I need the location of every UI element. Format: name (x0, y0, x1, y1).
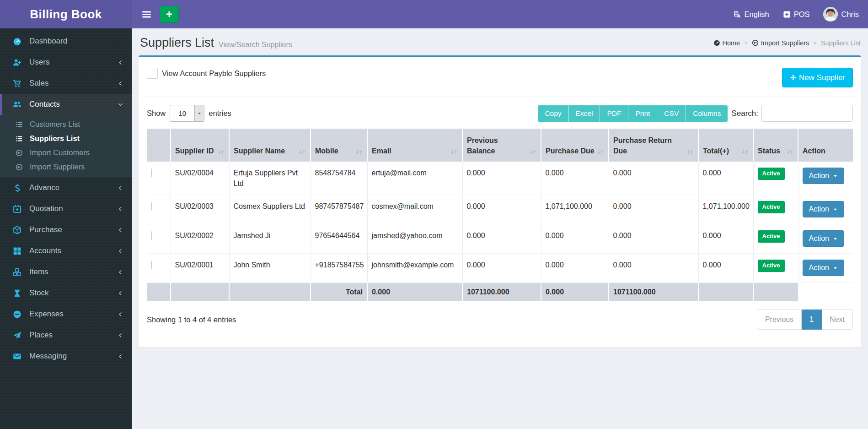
chevron-down-icon (118, 102, 123, 108)
page-1-button[interactable]: 1 (802, 310, 822, 330)
sort-icon[interactable] (786, 148, 793, 156)
language-menu[interactable]: English (734, 10, 769, 19)
list-icon (15, 121, 24, 128)
sidebar-item-label: Advance (29, 183, 59, 192)
sidebar-item-quotation[interactable]: Quotation (0, 198, 132, 219)
sidebar-item-dashboard[interactable]: Dashboard (0, 31, 132, 52)
export-excel-button[interactable]: Excel (568, 105, 600, 122)
sort-icon[interactable] (450, 148, 458, 156)
cell-status: Active (753, 195, 798, 224)
sidebar-item-label: Expenses (29, 310, 64, 319)
column-label: Purchase Return Due (613, 135, 685, 156)
app-title: Billing Book (30, 7, 102, 22)
sort-icon[interactable] (529, 148, 536, 156)
cell-prev: 0.000 (462, 195, 541, 224)
sort-icon[interactable] (355, 148, 363, 156)
sidebar-item-contacts[interactable]: Contacts (0, 94, 132, 115)
column-label: Total(+) (703, 146, 740, 156)
export-copy-button[interactable]: Copy (538, 105, 568, 122)
column-label: Previous Balance (467, 135, 528, 156)
app-logo[interactable]: Billing Book (0, 0, 132, 28)
column-header-supplier-name[interactable]: Supplier Name (229, 129, 311, 162)
page-title: Suppliers List (140, 36, 214, 50)
sidebar-item-accounts[interactable]: Accounts (0, 240, 132, 261)
export-columns-button[interactable]: Columns (686, 105, 728, 122)
row-checkbox[interactable] (151, 231, 152, 240)
action-button[interactable]: Action (803, 230, 844, 247)
export-print-button[interactable]: Print (628, 105, 657, 122)
sidebar-item-items[interactable]: Items (0, 261, 132, 282)
sidebar-item-import-suppliers[interactable]: Import Suppliers (0, 160, 132, 174)
sidebar-item-label: Sales (29, 79, 49, 88)
action-button[interactable]: Action (803, 201, 844, 217)
breadcrumb-import-suppliers[interactable]: Import Suppliers (752, 39, 809, 47)
table-row: SU/02/0004Ertuja Suppliers Pvt Ltd854875… (147, 162, 853, 195)
sort-icon[interactable] (217, 148, 225, 156)
column-header-email[interactable]: Email (367, 129, 462, 162)
users-icon (12, 100, 22, 109)
cell-id: SU/02/0003 (171, 195, 229, 224)
cell-ret: 0.000 (609, 162, 698, 195)
column-header-status[interactable]: Status (753, 129, 798, 162)
chevron-left-icon (118, 60, 123, 65)
previous-page-button[interactable]: Previous (757, 310, 802, 330)
cell-due: 0.000 (541, 224, 609, 254)
sidebar-item-users[interactable]: Users (0, 52, 132, 73)
next-page-button[interactable]: Next (822, 310, 853, 330)
navbar-right: English POS Chris (734, 7, 859, 22)
search-input[interactable] (761, 105, 853, 122)
sidebar-item-places[interactable]: Places (0, 325, 132, 346)
column-label: Email (372, 146, 449, 156)
new-supplier-button[interactable]: New Supplier (782, 68, 853, 87)
export-csv-button[interactable]: CSV (657, 105, 686, 122)
user-menu[interactable]: Chris (823, 7, 859, 22)
sort-icon[interactable] (741, 148, 749, 156)
cell-ret: 0.000 (609, 195, 698, 224)
action-button[interactable]: Action (803, 260, 844, 276)
search-label: Search: (731, 109, 758, 118)
account-payable-checkbox[interactable] (147, 68, 158, 79)
sort-icon[interactable] (686, 148, 694, 156)
sidebar-item-suppliers-list[interactable]: Suppliers List (0, 131, 132, 146)
column-header-total[interactable]: Total(+) (698, 129, 753, 162)
column-header-purchase-due[interactable]: Purchase Due (541, 129, 609, 162)
sidebar-item-expenses[interactable]: Expenses (0, 304, 132, 325)
select-all-checkbox[interactable] (151, 147, 152, 156)
cell-name: Ertuja Suppliers Pvt Ltd (229, 162, 311, 195)
sidebar-item-messaging[interactable]: Messaging (0, 346, 132, 367)
page-size-select[interactable]: 10 (170, 105, 204, 122)
breadcrumb-home[interactable]: Home (713, 39, 740, 47)
sidebar-item-import-customers[interactable]: Import Customers (0, 146, 132, 160)
sidebar-item-customers-list[interactable]: Customers List (0, 117, 132, 131)
row-checkbox[interactable] (151, 202, 152, 211)
column-header-action[interactable]: Action (798, 129, 853, 162)
user-plus-icon (12, 58, 22, 67)
sidebar-item-sales[interactable]: Sales (0, 73, 132, 94)
column-header-purchase-return-due[interactable]: Purchase Return Due (609, 129, 698, 162)
sort-icon[interactable] (299, 148, 306, 156)
row-checkbox[interactable] (151, 261, 152, 269)
sidebar-toggle-icon[interactable] (139, 7, 154, 22)
sidebar-item-advance[interactable]: Advance (0, 177, 132, 198)
cell-due: 0.000 (541, 162, 609, 195)
sidebar-item-stock[interactable]: Stock (0, 282, 132, 304)
caret-down-icon (833, 266, 838, 271)
sidebar-item-purchase[interactable]: Purchase (0, 219, 132, 240)
action-button[interactable]: Action (803, 168, 844, 184)
pos-button[interactable]: POS (783, 10, 810, 19)
cell-prev: 0.000 (462, 254, 541, 283)
calendar-plus-icon (12, 205, 22, 213)
column-header-mobile[interactable]: Mobile (311, 129, 367, 162)
column-header-previous-balance[interactable]: Previous Balance (462, 129, 541, 162)
import-icon (15, 163, 24, 171)
export-pdf-button[interactable]: PDF (600, 105, 628, 122)
quick-add-button[interactable] (160, 6, 179, 23)
column-label: Supplier ID (175, 146, 216, 156)
breadcrumb-label: Suppliers List (821, 39, 861, 47)
caret-down-icon (833, 174, 838, 179)
column-header-supplier-id[interactable]: Supplier ID (171, 129, 229, 162)
sidebar-item-label: Purchase (29, 225, 62, 234)
pagination: Previous 1 Next (757, 310, 853, 330)
sort-icon[interactable] (597, 148, 604, 156)
row-checkbox[interactable] (151, 168, 152, 177)
